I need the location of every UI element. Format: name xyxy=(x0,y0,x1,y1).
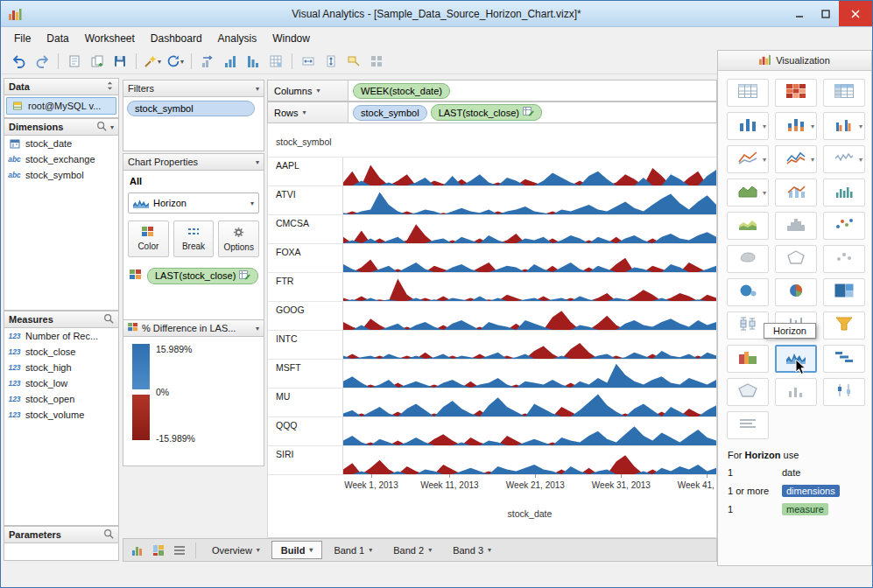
menu-window[interactable]: Window xyxy=(264,30,318,47)
edit-field-icon[interactable] xyxy=(239,270,250,282)
viz-table-button[interactable] xyxy=(727,79,769,107)
horizon-plot[interactable] xyxy=(343,215,716,243)
chevron-down-icon[interactable]: ▾ xyxy=(256,158,259,166)
field-pill[interactable]: LAST(stock_close) xyxy=(147,268,258,284)
viz-gantt-button[interactable] xyxy=(823,345,865,373)
row-label[interactable]: MU xyxy=(268,388,343,416)
horizon-chart[interactable]: stock_symbol AAPLATVICMCSAFOXAFTRGOOGINT… xyxy=(267,123,717,538)
viz-candlestick-button[interactable] xyxy=(823,378,865,406)
measure-field[interactable]: 123Number of Rec... xyxy=(4,328,118,344)
legend-header[interactable]: % Difference in LAS... ▾ xyxy=(123,319,264,337)
edit-field-icon[interactable] xyxy=(523,107,534,118)
viz-gray-scatter-button[interactable] xyxy=(823,245,865,273)
horizon-plot[interactable] xyxy=(343,244,716,272)
add-dashboard-button[interactable] xyxy=(149,542,168,559)
menu-data[interactable]: Data xyxy=(39,30,76,47)
search-icon[interactable] xyxy=(103,528,114,541)
viz-mini-bar-button[interactable] xyxy=(823,178,865,206)
viz-radar-button[interactable] xyxy=(775,245,817,273)
row-label[interactable]: AAPL xyxy=(268,158,343,186)
rows-shelf-pills[interactable]: stock_symbolLAST(stock_close) xyxy=(348,102,716,122)
viz-bar-button[interactable]: ▾ xyxy=(727,112,769,140)
tab-band-3[interactable]: Band 3▾ xyxy=(443,541,501,559)
viz-line-button[interactable]: ▾ xyxy=(727,145,769,173)
measures-header[interactable]: Measures xyxy=(4,311,119,328)
chart-type-select[interactable]: Horizon ▾ xyxy=(128,192,259,214)
viz-scatter-button[interactable] xyxy=(823,212,865,240)
connection-item[interactable]: root@MySQL v... xyxy=(6,97,116,115)
viz-gray-bar-button[interactable] xyxy=(775,378,817,406)
viz-bubble-button[interactable] xyxy=(727,278,769,306)
maximize-button[interactable] xyxy=(813,1,839,26)
menu-dashboard[interactable]: Dashboard xyxy=(143,30,210,47)
menu-worksheet[interactable]: Worksheet xyxy=(77,30,143,47)
viz-map-button[interactable] xyxy=(727,245,769,273)
fit-height-button[interactable] xyxy=(320,52,341,71)
dropdown-caret-icon[interactable]: ▾ xyxy=(811,156,814,164)
horizon-plot[interactable] xyxy=(343,302,716,330)
dropdown-caret-icon[interactable]: ▾ xyxy=(763,189,766,197)
sort-ascending-button[interactable] xyxy=(220,52,241,71)
undo-button[interactable] xyxy=(9,52,30,71)
columns-shelf-pills[interactable]: WEEK(stock_date) xyxy=(348,80,716,101)
viz-histogram-button[interactable] xyxy=(775,212,817,240)
chevron-down-icon[interactable]: ▾ xyxy=(256,85,259,93)
close-button[interactable] xyxy=(839,1,872,26)
row-label[interactable]: ATVI xyxy=(268,186,343,214)
row-label[interactable]: MSFT xyxy=(268,360,343,388)
viz-variable-width-button[interactable] xyxy=(727,345,769,373)
viz-area-button[interactable]: ▾ xyxy=(727,178,769,206)
row-label[interactable]: GOOG xyxy=(268,302,343,330)
menu-analysis[interactable]: Analysis xyxy=(210,30,265,47)
totals-button[interactable] xyxy=(265,52,286,71)
search-icon[interactable] xyxy=(103,313,114,326)
search-icon[interactable] xyxy=(96,121,107,133)
refresh-data-button[interactable]: ▾ xyxy=(165,52,186,71)
dropdown-caret-icon[interactable]: ▾ xyxy=(488,546,491,554)
chevron-down-icon[interactable]: ▾ xyxy=(256,325,259,332)
viz-highlight-table-button[interactable] xyxy=(775,79,817,107)
horizon-plot[interactable] xyxy=(343,273,716,301)
chevron-down-icon[interactable]: ▾ xyxy=(316,87,320,94)
filters-header[interactable]: Filters ▾ xyxy=(123,80,264,97)
dimension-field[interactable]: abcstock_symbol xyxy=(4,167,118,183)
horizon-plot[interactable] xyxy=(343,331,716,359)
new-worksheet-button[interactable] xyxy=(64,52,85,71)
viz-spark-line-button[interactable]: ▾ xyxy=(823,145,865,173)
measure-field[interactable]: 123stock_high xyxy=(4,360,118,375)
filters-shelf[interactable]: stock_symbol xyxy=(123,97,264,151)
measure-field[interactable]: 123stock_close xyxy=(4,344,118,360)
row-label[interactable]: CMCSA xyxy=(268,215,343,243)
field-pill[interactable]: stock_symbol xyxy=(127,101,255,116)
horizon-plot[interactable] xyxy=(343,417,716,445)
dropdown-caret-icon[interactable]: ▾ xyxy=(158,58,161,66)
break-button[interactable]: Break xyxy=(173,220,215,257)
options-button[interactable]: Options xyxy=(218,220,259,257)
horizon-plot[interactable] xyxy=(343,360,716,388)
chevron-down-icon[interactable]: ▾ xyxy=(303,108,306,116)
viz-stacked-bar-button[interactable]: ▾ xyxy=(775,112,817,140)
swap-rows-columns-button[interactable] xyxy=(197,52,218,71)
field-pill[interactable]: stock_symbol xyxy=(353,105,427,121)
chevron-down-icon[interactable]: ▾ xyxy=(110,123,114,131)
tab-band-2[interactable]: Band 2▾ xyxy=(384,541,441,559)
dropdown-caret-icon[interactable]: ▾ xyxy=(859,156,862,164)
viz-combo-button[interactable] xyxy=(775,178,817,206)
dropdown-caret-icon[interactable]: ▾ xyxy=(811,122,814,130)
viz-dual-line-button[interactable]: ▾ xyxy=(775,145,817,173)
dropdown-caret-icon[interactable]: ▾ xyxy=(180,58,184,66)
redo-button[interactable] xyxy=(32,52,53,71)
viz-funnel-button[interactable] xyxy=(823,312,865,340)
save-button[interactable] xyxy=(109,52,130,71)
row-label[interactable]: FTR xyxy=(268,273,343,301)
measure-field[interactable]: 123stock_open xyxy=(4,391,118,407)
dropdown-caret-icon[interactable]: ▾ xyxy=(309,546,313,554)
dropdown-caret-icon[interactable]: ▾ xyxy=(428,546,432,554)
row-label[interactable]: SIRI xyxy=(268,446,343,474)
show-labels-button[interactable] xyxy=(343,52,364,71)
measure-field[interactable]: 123stock_low xyxy=(4,375,118,391)
add-worksheet-button[interactable] xyxy=(128,542,147,559)
horizon-plot[interactable] xyxy=(343,158,716,186)
dropdown-caret-icon[interactable]: ▾ xyxy=(859,122,862,130)
viz-pivot-table-button[interactable] xyxy=(823,79,865,107)
